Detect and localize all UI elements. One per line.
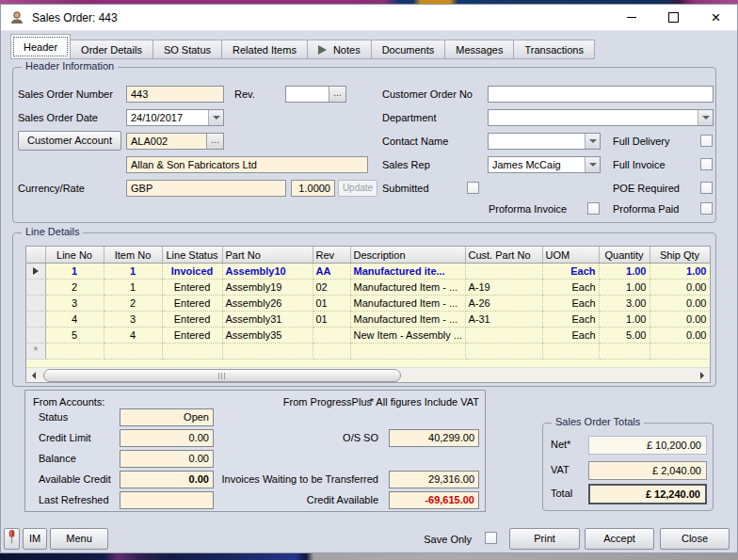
grid-cell[interactable] bbox=[350, 344, 465, 360]
accept-button[interactable]: Accept bbox=[585, 528, 654, 550]
grid-cell[interactable]: 1.00 bbox=[650, 264, 710, 280]
grid-cell[interactable] bbox=[650, 344, 710, 360]
close-order-button[interactable]: Close bbox=[660, 528, 730, 550]
row-selector[interactable] bbox=[26, 296, 45, 312]
contact-name-combo[interactable] bbox=[488, 133, 601, 150]
grid-cell[interactable]: 2 bbox=[104, 296, 162, 312]
grid-cell[interactable]: 0.00 bbox=[650, 296, 710, 312]
date-dropdown-button[interactable] bbox=[208, 110, 223, 125]
grid-cell[interactable]: 4 bbox=[45, 312, 104, 328]
grid-cell[interactable]: Manufactured Item - ... bbox=[350, 312, 465, 328]
grid-cell[interactable]: 3.00 bbox=[599, 296, 650, 312]
grid-cell[interactable]: Each bbox=[542, 312, 599, 328]
sales-order-date-combo[interactable]: 24/10/2017 bbox=[126, 109, 224, 126]
save-only-checkbox[interactable] bbox=[485, 532, 497, 544]
row-selector[interactable] bbox=[26, 312, 45, 328]
grid-cell[interactable] bbox=[313, 344, 350, 360]
scroll-left-button[interactable] bbox=[26, 368, 41, 382]
grid-cell[interactable] bbox=[313, 328, 350, 344]
col-line-status[interactable]: Line Status bbox=[162, 247, 222, 264]
pin-button[interactable] bbox=[4, 528, 20, 550]
grid-cell[interactable]: 01 bbox=[313, 312, 350, 328]
grid-row-4[interactable]: 4 3 Entered Assembly31 01 Manufactured I… bbox=[26, 312, 710, 328]
grid-cell[interactable]: Each bbox=[542, 264, 599, 280]
department-dropdown-button[interactable] bbox=[698, 110, 713, 125]
grid-row-2[interactable]: 2 1 Entered Assembly19 02 Manufactured I… bbox=[26, 280, 710, 296]
proforma-invoice-checkbox[interactable] bbox=[587, 202, 600, 215]
contact-name-dropdown-button[interactable] bbox=[585, 134, 600, 149]
col-line-no[interactable]: Line No bbox=[45, 247, 104, 264]
grid-row-5[interactable]: 5 4 Entered Assembly35 New Item - Assemb… bbox=[26, 328, 710, 344]
grid-cell[interactable] bbox=[465, 328, 542, 344]
full-delivery-checkbox[interactable] bbox=[700, 135, 713, 147]
grid-cell[interactable]: New Item - Assembly ... bbox=[350, 328, 465, 344]
grid-cell[interactable] bbox=[599, 344, 650, 360]
grid-cell[interactable]: 4 bbox=[104, 328, 162, 344]
grid-cell[interactable]: 3 bbox=[45, 296, 104, 312]
grid-cell[interactable]: 5.00 bbox=[599, 328, 650, 344]
currency-field[interactable]: GBP bbox=[126, 180, 286, 197]
menu-button[interactable]: Menu bbox=[50, 528, 108, 550]
grid-cell[interactable]: Entered bbox=[162, 280, 222, 296]
tab-messages[interactable]: Messages bbox=[444, 40, 514, 59]
col-uom[interactable]: UOM bbox=[542, 247, 599, 264]
update-button[interactable]: Update bbox=[338, 180, 377, 197]
grid-cell[interactable] bbox=[162, 344, 222, 360]
customer-account-button[interactable]: Customer Account bbox=[18, 131, 121, 151]
grid-cell[interactable]: 02 bbox=[313, 280, 350, 296]
customer-name-field[interactable]: Allan & Son Fabricators Ltd bbox=[126, 156, 368, 173]
col-cust-part-no[interactable]: Cust. Part No bbox=[465, 247, 542, 264]
col-description[interactable]: Description bbox=[350, 247, 465, 264]
sales-rep-combo[interactable]: James McCaig bbox=[488, 156, 601, 173]
row-selector[interactable] bbox=[26, 280, 45, 296]
horizontal-scrollbar[interactable] bbox=[26, 367, 710, 382]
tab-documents[interactable]: Documents bbox=[371, 40, 446, 59]
grid-cell[interactable]: 1.00 bbox=[599, 264, 650, 280]
row-selector[interactable] bbox=[26, 328, 45, 344]
grid-cell[interactable]: Manufactured Item - ... bbox=[350, 296, 465, 312]
grid-cell[interactable]: AA bbox=[313, 264, 350, 280]
grid-cell[interactable]: Entered bbox=[162, 328, 222, 344]
tab-notes[interactable]: Notes bbox=[307, 40, 372, 59]
submitted-checkbox[interactable] bbox=[467, 182, 479, 194]
grid-cell[interactable] bbox=[465, 264, 542, 280]
grid-cell[interactable]: A-31 bbox=[465, 312, 542, 328]
grid-cell[interactable] bbox=[542, 344, 599, 360]
row-selector[interactable] bbox=[26, 264, 45, 280]
col-part-no[interactable]: Part No bbox=[222, 247, 313, 264]
grid-cell[interactable]: 1 bbox=[45, 264, 104, 280]
tab-transactions[interactable]: Transactions bbox=[513, 40, 595, 59]
grid-cell[interactable] bbox=[222, 344, 313, 360]
full-invoice-checkbox[interactable] bbox=[700, 158, 713, 170]
grid-cell[interactable]: Each bbox=[542, 280, 599, 296]
department-combo[interactable] bbox=[488, 109, 714, 126]
tab-related-items[interactable]: Related Items bbox=[221, 40, 308, 59]
scrollbar-track[interactable] bbox=[41, 368, 695, 382]
grid-cell[interactable]: Assembly10 bbox=[222, 264, 313, 280]
tab-so-status[interactable]: SO Status bbox=[152, 40, 222, 59]
grid-cell[interactable]: 2 bbox=[45, 280, 104, 296]
scrollbar-thumb[interactable] bbox=[43, 369, 401, 382]
grid-cell[interactable]: 0.00 bbox=[650, 328, 710, 344]
grid-cell[interactable]: 5 bbox=[45, 328, 104, 344]
maximize-button[interactable] bbox=[652, 5, 695, 30]
grid-cell[interactable]: Assembly19 bbox=[222, 280, 313, 296]
col-item-no[interactable]: Item No bbox=[104, 247, 162, 264]
grid-cell[interactable]: 01 bbox=[313, 296, 350, 312]
grid-cell[interactable]: Invoiced bbox=[162, 264, 222, 280]
grid-row-3[interactable]: 3 2 Entered Assembly26 01 Manufactured I… bbox=[26, 296, 710, 312]
col-quantity[interactable]: Quantity bbox=[599, 247, 650, 264]
minimize-button[interactable] bbox=[610, 5, 652, 30]
tab-header[interactable]: Header bbox=[10, 34, 71, 59]
grid-cell[interactable]: Each bbox=[542, 296, 599, 312]
grid-cell[interactable]: Entered bbox=[162, 312, 222, 328]
rev-field[interactable]: ... bbox=[285, 86, 346, 103]
sales-rep-dropdown-button[interactable] bbox=[585, 157, 600, 172]
grid-cell[interactable]: 0.00 bbox=[650, 280, 710, 296]
grid-cell[interactable]: 0.00 bbox=[650, 312, 710, 328]
customer-account-field[interactable]: ALA002 ... bbox=[126, 133, 224, 150]
grid-cell[interactable] bbox=[465, 344, 542, 360]
rate-field[interactable]: 1.0000 bbox=[291, 180, 335, 197]
proforma-paid-checkbox[interactable] bbox=[700, 202, 713, 215]
tab-order-details[interactable]: Order Details bbox=[70, 40, 153, 59]
